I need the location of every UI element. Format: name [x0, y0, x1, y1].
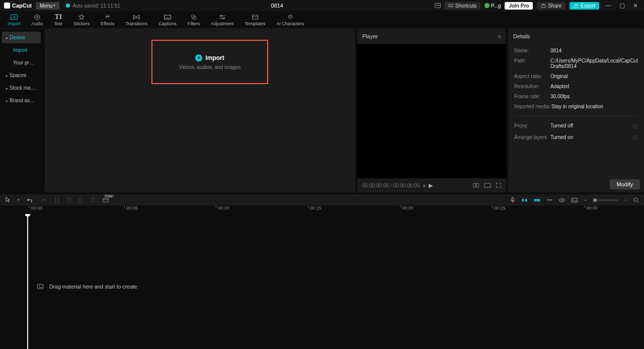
- split-button: ⎮⎮: [54, 197, 60, 203]
- keyboard-icon: [448, 3, 453, 8]
- mic-icon[interactable]: [510, 197, 515, 203]
- import-dropzone[interactable]: + Import Videos, audios, and images: [151, 40, 268, 84]
- preview-icon[interactable]: [559, 197, 565, 203]
- player-title: Player: [362, 33, 378, 39]
- capcut-logo-icon: [4, 3, 10, 9]
- filters-icon: [190, 14, 198, 21]
- fullscreen-icon[interactable]: [496, 183, 501, 188]
- timeline[interactable]: Drag material here and start to create: [0, 214, 644, 349]
- svg-rect-36: [534, 199, 536, 201]
- svg-rect-30: [103, 198, 109, 202]
- aspect-icon[interactable]: [484, 183, 491, 188]
- layout-icon[interactable]: [434, 3, 440, 9]
- player-menu-icon[interactable]: ≡: [498, 33, 501, 39]
- player-canvas[interactable]: [357, 44, 506, 178]
- zoom-out-button[interactable]: −: [584, 197, 587, 203]
- selection-dropdown-icon[interactable]: ▾: [18, 198, 20, 202]
- tab-text[interactable]: TI Text: [49, 11, 68, 28]
- window-minimize-button[interactable]: —: [603, 2, 613, 9]
- detail-path-label: Path:: [514, 58, 550, 63]
- details-panel: Details Name:0814 Path:C:/Users/MyPC/App…: [508, 29, 644, 192]
- sidebar-item-stock[interactable]: Stock mate...: [2, 82, 41, 94]
- tab-captions[interactable]: Captions: [153, 11, 182, 28]
- tab-import[interactable]: Import: [2, 11, 26, 28]
- info-icon[interactable]: ⓘ: [633, 134, 638, 142]
- svg-line-43: [637, 201, 638, 202]
- svg-rect-29: [485, 183, 491, 187]
- share-icon: [541, 3, 546, 8]
- tab-effects[interactable]: Effects: [95, 11, 120, 28]
- zoom-in-button[interactable]: +: [624, 197, 627, 203]
- tab-ai-characters[interactable]: AI Characters: [271, 11, 309, 28]
- play-button[interactable]: ▶: [429, 182, 433, 189]
- tab-transitions[interactable]: Transitions: [120, 11, 153, 28]
- detail-arrange-value: Turned on: [550, 134, 633, 140]
- tab-adjustment[interactable]: Adjustment: [205, 11, 239, 28]
- join-pro-button[interactable]: Join Pro: [505, 2, 533, 10]
- svg-rect-28: [476, 183, 479, 187]
- delete-left-button: ⎮[: [67, 197, 71, 203]
- info-icon[interactable]: ⓘ: [633, 123, 638, 130]
- sidebar-item-spaces[interactable]: Spaces: [2, 69, 41, 81]
- app-logo: CapCut: [4, 3, 32, 9]
- svg-point-15: [191, 15, 195, 18]
- export-button[interactable]: Export: [570, 2, 599, 10]
- svg-point-5: [450, 5, 451, 6]
- sidebar-item-device[interactable]: Device: [2, 32, 41, 43]
- ruler-tick: 00:05: [124, 205, 138, 211]
- svg-point-6: [451, 5, 452, 6]
- tab-templates[interactable]: Templates: [239, 11, 271, 28]
- tab-filters[interactable]: Filters: [182, 11, 206, 28]
- svg-rect-21: [252, 15, 258, 19]
- undo-button[interactable]: [27, 197, 33, 203]
- detail-path-value: C:/Users/MyPC/AppData/Local/CapCut Draft…: [550, 58, 638, 69]
- sidebar-item-import[interactable]: Import: [2, 44, 41, 56]
- detail-aspect-value: Original: [550, 74, 638, 79]
- zoom-fit-button[interactable]: [633, 197, 639, 203]
- transitions-icon: [132, 14, 140, 21]
- zoom-slider[interactable]: [593, 199, 618, 201]
- detail-resolution-value: Adapted: [550, 84, 638, 89]
- sidebar-item-presets[interactable]: Your presets: [2, 57, 41, 68]
- ruler-tick: 00:00: [29, 205, 43, 211]
- redo-button[interactable]: [40, 197, 47, 203]
- auto-cut-button[interactable]: Free: [103, 197, 114, 203]
- shortcuts-button[interactable]: Shortcuts: [444, 2, 480, 10]
- effects-icon: [104, 14, 112, 21]
- timeline-ruler[interactable]: 00:00 00:05 00:10 00:15 00:20 00:25 00:3…: [0, 205, 644, 214]
- cover-icon[interactable]: [571, 197, 578, 203]
- sidebar-item-brand[interactable]: Brand assets: [2, 95, 41, 106]
- ruler-tick: 00:20: [400, 205, 414, 211]
- titlebar: CapCut Menu▾ Auto saved: 11:11:51 0814 S…: [0, 0, 644, 11]
- detail-framerate-label: Frame rate:: [514, 94, 550, 99]
- menu-button[interactable]: Menu▾: [36, 2, 59, 10]
- audio-icon: [33, 14, 41, 21]
- svg-point-25: [290, 16, 291, 17]
- workspace: Device Import Your presets Spaces Stock …: [0, 29, 644, 192]
- svg-rect-34: [525, 199, 527, 201]
- user-badge[interactable]: P...g: [485, 3, 501, 9]
- window-close-button[interactable]: ✕: [631, 2, 640, 9]
- free-tag: Free: [104, 194, 114, 198]
- detail-name-label: Name:: [514, 48, 550, 53]
- link-icon[interactable]: [546, 197, 553, 202]
- timeline-toolbar: ▾ ⎮⎮ ⎮[ ]⎮ Free − +: [0, 194, 644, 205]
- svg-rect-32: [512, 197, 514, 200]
- export-icon: [574, 3, 579, 8]
- tab-stickers[interactable]: Stickers: [68, 11, 95, 28]
- delete-button: [90, 197, 96, 203]
- player-marker-icon[interactable]: ◆: [423, 183, 426, 188]
- tab-audio[interactable]: Audio: [26, 11, 49, 28]
- window-maximize-button[interactable]: ▢: [617, 2, 627, 9]
- svg-rect-13: [164, 15, 171, 19]
- compare-icon[interactable]: [473, 183, 479, 188]
- modify-button[interactable]: Modify: [610, 179, 640, 189]
- svg-rect-23: [288, 15, 292, 18]
- detail-name-value: 0814: [550, 48, 638, 53]
- magnet-main-icon[interactable]: [521, 197, 528, 203]
- share-button[interactable]: Share: [537, 2, 566, 10]
- import-dropzone-title: Import: [205, 54, 224, 61]
- selection-tool-icon[interactable]: [5, 197, 11, 203]
- magnet-track-icon[interactable]: [534, 197, 540, 203]
- playhead[interactable]: [27, 214, 28, 349]
